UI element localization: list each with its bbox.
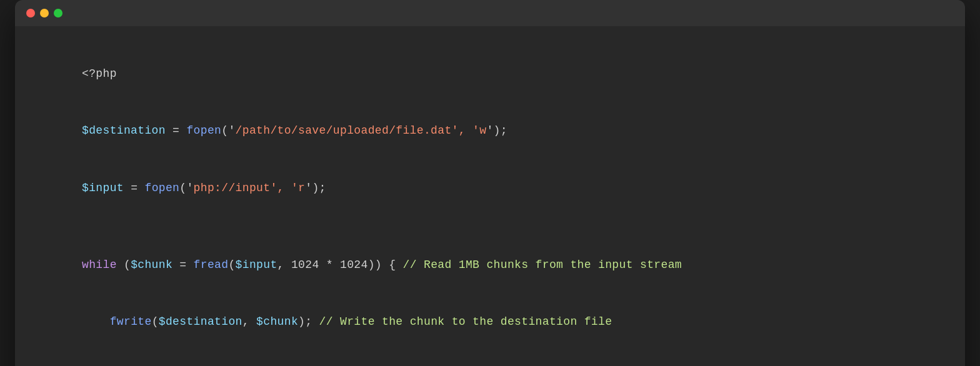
keyword-while: while <box>82 259 117 271</box>
code-line-2: $destination = fopen('/path/to/save/uplo… <box>40 102 940 160</box>
code-line-1: <?php <box>40 45 940 102</box>
string-path: /path/to/save/uploaded/file.dat <box>236 124 452 137</box>
var-destination: $destination <box>82 124 166 137</box>
code-window: <?php $destination = fopen('/path/to/sav… <box>15 0 965 366</box>
var-input: $input <box>82 182 124 194</box>
func-fopen: fopen <box>186 124 221 137</box>
code-editor: <?php $destination = fopen('/path/to/sav… <box>15 26 965 366</box>
code-line-3: $input = fopen('php://input', 'r'); <box>40 160 940 217</box>
title-bar <box>15 0 965 26</box>
comment-fwrite: // Write the chunk to the destination fi… <box>319 315 612 328</box>
func-fread: fread <box>194 259 229 271</box>
minimize-button[interactable] <box>40 9 49 17</box>
code-line-7: } <box>40 351 940 367</box>
func-fwrite: fwrite <box>110 315 152 328</box>
code-line-6: fwrite($destination, $chunk); // Write t… <box>40 294 940 351</box>
code-line-5: while ($chunk = fread($input, 1024 * 102… <box>40 236 940 294</box>
php-open-tag: <?php <box>82 67 117 80</box>
empty-line-1 <box>40 217 940 236</box>
maximize-button[interactable] <box>54 9 62 17</box>
close-button[interactable] <box>26 9 35 17</box>
func-fopen-2: fopen <box>144 182 179 194</box>
string-php-input: php://input <box>194 182 271 194</box>
comment-fread: // Read 1MB chunks from the input stream <box>403 259 682 271</box>
